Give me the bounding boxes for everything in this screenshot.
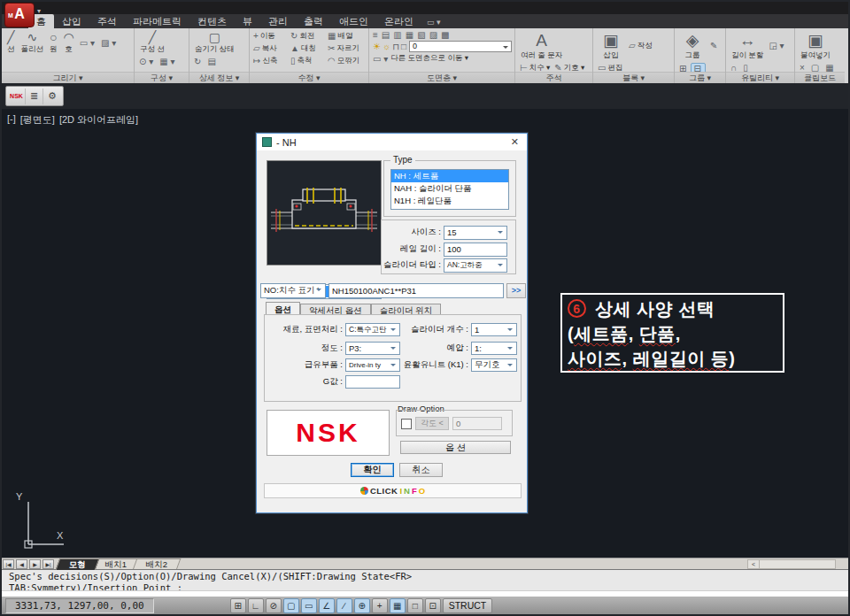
ribbon-tool[interactable]: ↻ 회전 — [290, 30, 326, 42]
screen-capture-icon[interactable]: ▭ ▾ — [421, 16, 446, 28]
dimension-notation-select[interactable]: NO:치수 표기 ' — [260, 283, 326, 298]
ribbon-tool[interactable]: + 이동 — [252, 30, 289, 42]
ribbon-tool[interactable]: ▭ ▾ — [78, 30, 98, 56]
ribbon-tool[interactable]: ▯ 축척 — [290, 55, 326, 66]
command-line[interactable]: Spec's decisions(S)/Option(O)/Drawing Ca… — [2, 569, 848, 597]
layer-state-icon[interactable]: ▦ — [405, 30, 414, 40]
status-toggle[interactable]: ∟ — [248, 598, 264, 613]
ribbon-tool[interactable]: ↦ 신축 — [252, 55, 289, 66]
ribbon-tool[interactable]: ✂ 자르기 — [327, 42, 363, 54]
app-menu-arrow-icon[interactable]: ▾ — [37, 7, 41, 15]
angle-checkbox[interactable] — [401, 419, 412, 429]
scroll-left-icon[interactable]: < — [748, 560, 760, 568]
layer-state-icon[interactable]: ▧ — [416, 30, 426, 40]
panel-label-group[interactable]: 그룹 ▾ — [675, 72, 725, 83]
part-code-input[interactable]: NH150100ANC1**P31 — [328, 283, 504, 298]
ribbon-tab[interactable]: 컨텐츠 — [189, 14, 235, 28]
panel-label-block[interactable]: 블록 ▾ — [593, 72, 674, 83]
ribbon-tool[interactable]: ▭ 편집 — [596, 63, 624, 72]
layer-state-icon[interactable]: ▤ — [381, 30, 390, 40]
g-value-input[interactable] — [345, 375, 400, 389]
status-toggle[interactable]: ∠ — [319, 598, 335, 613]
ribbon-tab[interactable]: 애드인 — [331, 14, 376, 28]
app-menu-button[interactable]: A M — [4, 3, 35, 27]
tab-nav-button[interactable]: ▶| — [42, 559, 54, 569]
layer-select[interactable]: 0 — [409, 41, 512, 52]
ribbon-tool[interactable]: ▨ ▾ — [99, 30, 120, 56]
cancel-button[interactable]: 취소 — [399, 463, 443, 477]
status-toggle[interactable]: □ — [407, 598, 423, 613]
type-list-item[interactable]: NAH : 슬라이더 단품 — [391, 182, 508, 195]
layer-toggle-icon[interactable]: ☀ — [372, 42, 382, 51]
panel-label-utility[interactable]: 유틸리티 ▾ — [726, 72, 794, 83]
viewport-control[interactable]: [-] — [7, 113, 16, 127]
status-toggle[interactable]: ∕ — [336, 598, 352, 613]
layout-tab[interactable]: 모형 — [56, 558, 100, 570]
ribbon-tool[interactable]: ▣ 붙여넣기 — [798, 30, 833, 62]
status-toggle[interactable]: ⊡ — [425, 598, 441, 613]
panel-label-construct[interactable]: 구성 ▾ — [135, 72, 189, 83]
ribbon-tool[interactable]: ∿ 폴리선 — [19, 30, 47, 56]
ribbon-tool[interactable]: ▢ — [809, 63, 823, 72]
layer-state-icon[interactable]: ▩ — [440, 30, 450, 40]
ribbon-tool[interactable]: ○ 원 — [47, 30, 60, 56]
slider-type-select[interactable]: AN:고하중 — [444, 258, 507, 273]
ribbon-tool[interactable]: ▲ 대칭 — [290, 42, 326, 54]
draw-option-button[interactable]: 옵 션 — [400, 441, 511, 454]
status-toggle[interactable]: ⊘ — [266, 598, 282, 613]
material-select[interactable]: C:특수고탄 — [345, 323, 400, 336]
size-select[interactable]: 15 — [444, 226, 507, 240]
panel-label-modify[interactable]: 수정 ▾ — [250, 72, 368, 83]
panel-label-clipboard[interactable]: 클립보드 — [795, 72, 845, 83]
drawing-canvas[interactable]: [-][평면도][2D 와이어프레임] Y X - NH ✕ — [2, 109, 848, 558]
status-toggle[interactable]: ▢ — [283, 598, 299, 613]
layer-state-icon[interactable]: ≡ — [372, 30, 379, 40]
tab-scrollbar[interactable]: < — [747, 559, 836, 569]
type-list-item[interactable]: NH : 세트품 — [391, 170, 508, 182]
layout-tab[interactable]: 배치2 — [133, 558, 182, 570]
status-toggle[interactable]: ⊞ — [230, 598, 246, 613]
ribbon-tool[interactable]: ∩ — [729, 63, 740, 72]
ribbon-tab[interactable]: 관리 — [260, 14, 296, 28]
ribbon-tab[interactable]: 뷰 — [235, 14, 260, 28]
layer-toggle-icon[interactable]: ⊓ — [391, 42, 400, 51]
ribbon-tool[interactable]: × — [798, 63, 808, 72]
ribbon-tool[interactable]: A 여러 줄 문자 — [518, 30, 565, 62]
ribbon-tool[interactable]: ╱ 선 — [4, 30, 18, 56]
panel-label-layers[interactable]: 도면층 ▾ — [369, 72, 514, 83]
struct-button[interactable]: STRUCT — [443, 598, 493, 613]
ribbon-tool[interactable]: ✎ — [708, 30, 721, 62]
viewport-control[interactable]: [2D 와이어프레임] — [59, 113, 138, 127]
panel-label-annotate[interactable]: 주석 — [515, 72, 592, 83]
layer-toggle-icon[interactable]: □ — [400, 42, 407, 51]
ribbon-tool[interactable]: ▱ 복사 — [252, 42, 289, 54]
ribbon-tab[interactable]: 주석 — [89, 14, 125, 28]
ribbon-tool[interactable]: ✎ 기호 ▾ — [552, 63, 586, 72]
status-toggle[interactable]: ▭ — [301, 598, 317, 613]
preload-select[interactable]: 1: — [471, 342, 517, 355]
ribbon-tool[interactable]: ▯ — [741, 63, 752, 72]
command-input-row[interactable] — [2, 590, 848, 597]
mini-toolbar-button[interactable]: ≣ — [26, 89, 43, 104]
ribbon-tab[interactable]: 출력 — [296, 14, 331, 28]
type-list-item[interactable]: N1H : 레일단품 — [391, 195, 508, 207]
lube-unit-select[interactable]: 무기호 — [471, 358, 517, 372]
layer-state-icon[interactable]: ▨ — [429, 30, 438, 40]
panel-label-detail[interactable]: 상세 정보 ▾ — [189, 72, 249, 83]
ribbon-tool[interactable]: ▦ 배열 — [327, 30, 363, 42]
ribbon-tab[interactable]: 파라메트릭 — [125, 14, 189, 28]
tab-nav-button[interactable]: |◀ — [3, 559, 14, 569]
layer-toggle-icon[interactable]: ☼ — [382, 42, 391, 51]
ribbon-tool[interactable]: ▤ — [205, 57, 219, 67]
ribbon-tool[interactable]: ▦ — [823, 63, 837, 72]
ribbon-tool[interactable]: ↻ — [192, 57, 205, 67]
lube-part-select[interactable]: Drive-in ty — [345, 358, 400, 372]
ribbon-tool[interactable]: ◠ 호 — [61, 30, 77, 56]
ribbon-tool[interactable]: ↔ 길이 분할 — [729, 30, 766, 62]
tab-nav-button[interactable]: ◀ — [16, 559, 27, 569]
ribbon-tool[interactable]: ◲ ▾ — [767, 30, 787, 62]
status-toggle[interactable]: ⊕ — [354, 598, 370, 613]
ribbon-tool[interactable]: ⊟ — [691, 63, 705, 72]
dialog-title-bar[interactable]: - NH ✕ — [257, 134, 527, 150]
ribbon-tab[interactable]: 삽입 — [54, 14, 89, 28]
